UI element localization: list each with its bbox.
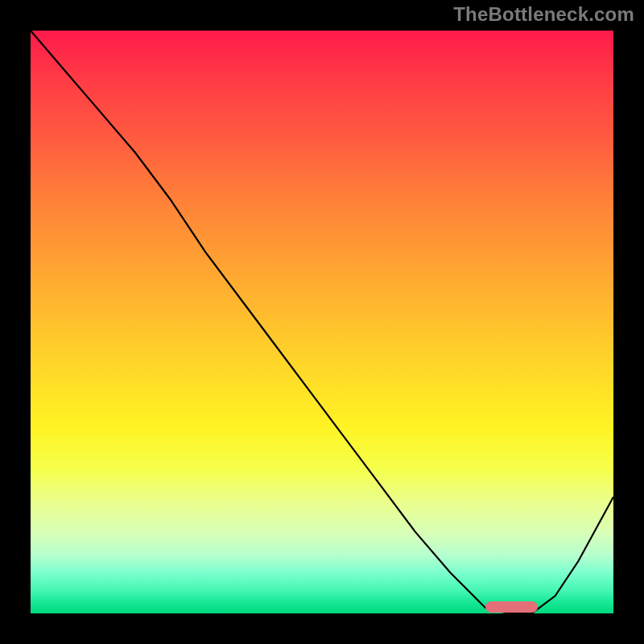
bottleneck-curve (31, 31, 613, 613)
optimal-zone-marker (485, 601, 538, 613)
watermark-label: TheBottleneck.com (453, 3, 634, 26)
plot-area (31, 31, 613, 613)
chart-frame: TheBottleneck.com (0, 0, 644, 644)
